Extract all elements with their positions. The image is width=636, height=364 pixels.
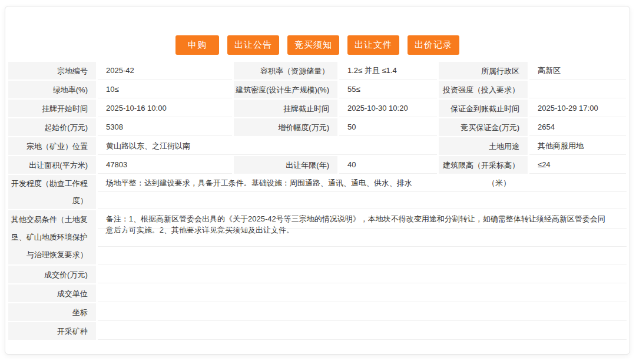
table-row: 出让面积(平方米)47803出让年限(年)40建筑限高（开采标高）≤24 xyxy=(8,156,627,174)
table-row: 其他交易条件（土地复垦、矿山地质环境保护与治理恢复要求）备注：1、根据高新区管委… xyxy=(8,210,627,264)
development-degree-value: 场地平整：达到建设要求，具备开工条件。基础设施：周围通路、通讯、通电、供水、排水 xyxy=(98,178,438,188)
field-value: 55≤ xyxy=(339,81,437,98)
row-divider xyxy=(98,246,627,247)
field-label: 成交单位 xyxy=(8,284,96,302)
field-label: 容积率（资源储量） xyxy=(234,62,337,80)
field-label: 出让年限(年) xyxy=(234,156,337,174)
field-label: 开采矿种 xyxy=(8,322,96,340)
field-value: 47803 xyxy=(98,156,232,174)
table-row: 起始价(万元)5308增价幅度(万元)50竞买保证金(万元)2654 xyxy=(8,118,627,136)
field-value: 2025-10-29 17:00 xyxy=(529,100,626,117)
field-value: 黄山路以东、之江街以南 xyxy=(98,137,437,155)
table-row: 成交单位 xyxy=(8,284,627,302)
field-label: 投资强度（投入要求） xyxy=(439,81,528,98)
transfer-documents-button[interactable]: 出让文件 xyxy=(347,35,399,55)
row-divider xyxy=(98,228,627,229)
field-value: 其他商服用地 xyxy=(529,137,626,155)
field-value xyxy=(98,303,627,321)
bidding-instructions-button[interactable]: 竞买须知 xyxy=(287,35,339,55)
field-label: 所属行政区 xyxy=(439,62,528,80)
table-row: 开发程度（勘查工作程度）场地平整：达到建设要求，具备开工条件。基础设施：周围通路… xyxy=(8,175,627,209)
field-label: 成交价(万元) xyxy=(8,266,96,283)
field-label: 绿地率(%) xyxy=(8,81,96,98)
field-label: 开发程度（勘查工作程度） xyxy=(8,175,96,209)
field-label: 建筑限高（开采标高） xyxy=(439,156,528,174)
field-value: 10≤ xyxy=(98,81,232,98)
table-row: 绿地率(%)10≤建筑密度(设计生产规模)(%)55≤投资强度（投入要求） xyxy=(8,81,627,98)
field-value: 1.2≤ 并且 ≤1.4 xyxy=(339,62,437,80)
field-label: 坐标 xyxy=(8,303,96,321)
field-value: 高新区 xyxy=(529,62,626,80)
table-row: 开采矿种 xyxy=(8,322,627,340)
bid-record-button[interactable]: 出价记录 xyxy=(408,35,459,55)
land-info-table: 宗地编号2025-42容积率（资源储量）1.2≤ 并且 ≤1.4所属行政区高新区… xyxy=(8,62,627,340)
field-label: 增价幅度(万元) xyxy=(234,118,337,136)
field-value xyxy=(98,322,627,340)
field-value: 2025-10-30 10:20 xyxy=(339,100,437,117)
field-label: 保证金到账截止时间 xyxy=(439,100,528,117)
field-label: 宗地编号 xyxy=(8,62,96,80)
field-label: 挂牌开始时间 xyxy=(8,100,96,117)
remark-text: 备注：1、根据高新区管委会出具的《关于2025-42号等三宗地的情况说明》，本地… xyxy=(98,210,627,236)
land-detail-card: 申购出让公告竞买须知出让文件出价记录 宗地编号2025-42容积率（资源储量）1… xyxy=(5,6,630,355)
field-value: 2025-42 xyxy=(98,62,232,80)
field-value: ≤24 xyxy=(529,156,626,174)
field-value: 5308 xyxy=(98,118,232,136)
field-value xyxy=(98,266,627,283)
field-value: 50 xyxy=(339,118,437,136)
field-value: 2654 xyxy=(529,118,626,136)
field-value: 场地平整：达到建设要求，具备开工条件。基础设施：周围通路、通讯、通电、供水、排水… xyxy=(98,175,627,209)
field-value xyxy=(98,284,627,302)
action-button-bar: 申购出让公告竞买须知出让文件出价记录 xyxy=(5,6,630,55)
field-label: 起始价(万元) xyxy=(8,118,96,136)
field-value xyxy=(529,81,626,98)
field-label: 出让面积(平方米) xyxy=(8,156,96,174)
table-row: 挂牌开始时间2025-10-16 10:00挂牌截止时间2025-10-30 1… xyxy=(8,100,627,117)
table-row: 宗地（矿业）位置黄山路以东、之江街以南土地用途其他商服用地 xyxy=(8,137,627,155)
field-label: 竞买保证金(万元) xyxy=(439,118,528,136)
table-row: 坐标 xyxy=(8,303,627,321)
empty-subrow xyxy=(98,192,627,209)
field-label: 挂牌截止时间 xyxy=(234,100,337,117)
unit-meters-label: （米） xyxy=(438,178,528,188)
table-row: 成交价(万元) xyxy=(8,266,627,283)
field-label: 其他交易条件（土地复垦、矿山地质环境保护与治理恢复要求） xyxy=(8,210,96,264)
table-row: 宗地编号2025-42容积率（资源储量）1.2≤ 并且 ≤1.4所属行政区高新区 xyxy=(8,62,627,80)
field-label: 建筑密度(设计生产规模)(%) xyxy=(234,81,337,98)
field-value: 40 xyxy=(339,156,437,174)
field-value: 备注：1、根据高新区管委会出具的《关于2025-42号等三宗地的情况说明》，本地… xyxy=(98,210,627,264)
apply-button[interactable]: 申购 xyxy=(175,35,219,55)
field-value: 2025-10-16 10:00 xyxy=(98,100,232,117)
field-label: 土地用途 xyxy=(439,137,528,155)
field-label: 宗地（矿业）位置 xyxy=(8,137,96,155)
transfer-notice-button[interactable]: 出让公告 xyxy=(227,35,279,55)
